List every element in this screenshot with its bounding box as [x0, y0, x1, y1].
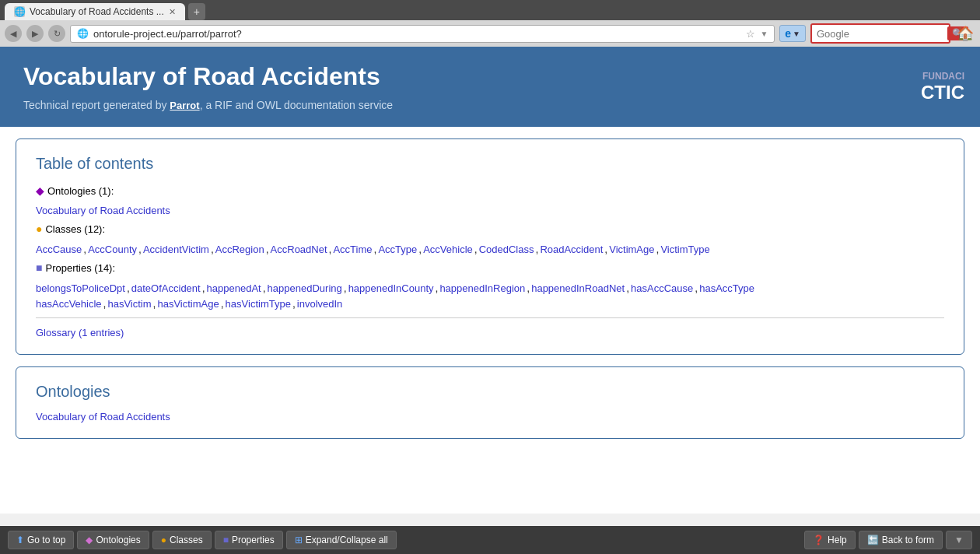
ontologies-heading: Ontologies — [36, 383, 944, 401]
toc-properties-row: ■ Properties (14): — [36, 261, 944, 274]
dropdown-icon[interactable]: ▼ — [760, 30, 768, 38]
glossary-row: Glossary (1 entries) — [36, 326, 944, 338]
browser-chrome: 🌐 Vocabulary of Road Accidents ... ✕ + — [0, 0, 980, 20]
tab-close-icon[interactable]: ✕ — [169, 7, 176, 17]
prop-link-happenedincount[interactable]: happenedInCounty — [348, 282, 434, 294]
toc-box: Table of contents ◆ Ontologies (1): Voca… — [16, 138, 964, 355]
glossary-link[interactable]: Glossary (1 entries) — [36, 327, 124, 338]
page-header: Vocabulary of Road Accidents Technical r… — [0, 47, 980, 127]
prop-link-dateofaccident[interactable]: dateOfAccident — [131, 282, 201, 294]
diamond-icon: ◆ — [36, 184, 44, 197]
prop-link-happenedat[interactable]: happenedAt — [207, 282, 261, 294]
class-link-codedclass[interactable]: CodedClass — [479, 244, 534, 255]
active-tab[interactable]: 🌐 Vocabulary of Road Accidents ... ✕ — [5, 3, 185, 20]
ie-dropdown[interactable]: ▼ — [793, 30, 800, 38]
prop-link-happenedduring[interactable]: happenedDuring — [268, 282, 342, 294]
tab-favicon: 🌐 — [14, 6, 25, 17]
url-text: ontorule-project.eu/parrot/parrot? — [93, 28, 741, 40]
toc-properties-links: belongsToPoliceDpt , dateOfAccident , ha… — [36, 282, 944, 294]
reload-button[interactable]: ↻ — [48, 25, 65, 42]
class-link-accidentvictim[interactable]: AccidentVictim — [143, 244, 209, 255]
prop-link-belongstopolicedpt[interactable]: belongsToPoliceDpt — [36, 282, 125, 294]
toc-ontology-link[interactable]: Vocabulary of Road Accidents — [36, 205, 170, 216]
class-link-acccause[interactable]: AccCause — [36, 244, 82, 255]
prop-link-hasvictim[interactable]: hasVictim — [107, 298, 151, 310]
properties-label: Properties (14): — [45, 262, 115, 274]
forward-button[interactable]: ▶ — [26, 25, 44, 42]
class-link-acccounty[interactable]: AccCounty — [88, 244, 137, 255]
subtitle-prefix: Technical report generated by — [23, 99, 170, 111]
ie-icon: e — [785, 27, 791, 40]
logo-foundation-text: FUNDACI — [921, 71, 964, 82]
globe-icon: 🌐 — [77, 28, 89, 39]
square-icon: ■ — [36, 261, 42, 274]
ontologies-box: Ontologies Vocabulary of Road Accidents — [16, 366, 964, 439]
prop-link-hasacctype[interactable]: hasAccType — [699, 282, 754, 294]
parrot-link[interactable]: Parrot — [170, 100, 199, 111]
page-title: Vocabulary of Road Accidents — [23, 62, 957, 91]
ie-button[interactable]: e ▼ — [779, 25, 806, 42]
ctic-logo: FUNDACI CTIC — [921, 71, 964, 103]
toc-properties-links-2: hasAccVehicle , hasVictim , hasVictimAge… — [36, 297, 944, 310]
prop-link-hasaccvehicle[interactable]: hasAccVehicle — [36, 298, 102, 310]
toc-classes-row: ● Classes (12): — [36, 223, 944, 235]
page-content: Vocabulary of Road Accidents Technical r… — [0, 47, 980, 514]
back-button[interactable]: ◀ — [5, 25, 22, 42]
star-icon[interactable]: ☆ — [746, 28, 755, 40]
prop-link-hasvictimtype[interactable]: hasVictimType — [226, 298, 291, 310]
address-bar-row: ◀ ▶ ↻ 🌐 ontorule-project.eu/parrot/parro… — [0, 20, 980, 47]
search-input[interactable] — [817, 28, 947, 40]
tab-title: Vocabulary of Road Accidents ... — [30, 6, 164, 17]
class-link-roadaccident[interactable]: RoadAccident — [540, 244, 603, 255]
tab-bar: 🌐 Vocabulary of Road Accidents ... ✕ + — [5, 3, 975, 20]
circle-icon: ● — [36, 223, 42, 235]
page-subtitle: Technical report generated by Parrot, a … — [23, 99, 957, 111]
class-link-acctime[interactable]: AccTime — [333, 244, 372, 255]
content-area: Table of contents ◆ Ontologies (1): Voca… — [0, 127, 980, 451]
class-link-accvehicle[interactable]: AccVehicle — [423, 244, 473, 255]
toc-heading: Table of contents — [36, 155, 944, 173]
search-bar[interactable]: 🔍 — [810, 23, 950, 44]
classes-label: Classes (12): — [45, 223, 105, 235]
ontologies-label: Ontologies (1): — [47, 185, 114, 197]
class-link-victimage[interactable]: VictimAge — [609, 244, 654, 255]
prop-link-hasacccause[interactable]: hasAccCause — [631, 282, 693, 294]
prop-link-happenedinroadnet[interactable]: happenedInRoadNet — [531, 282, 625, 294]
class-link-accroadnet[interactable]: AccRoadNet — [271, 244, 327, 255]
class-link-accregion[interactable]: AccRegion — [215, 244, 264, 255]
toc-classes-links: AccCause , AccCounty , AccidentVictim , … — [36, 243, 944, 255]
class-link-acctype[interactable]: AccType — [378, 244, 417, 255]
home-button[interactable]: 🏠 — [955, 23, 975, 44]
ontologies-section-link[interactable]: Vocabulary of Road Accidents — [36, 411, 170, 423]
class-link-victimtype[interactable]: VictimType — [660, 244, 709, 255]
section-divider — [36, 317, 944, 318]
prop-link-happenedinregion[interactable]: happenedInRegion — [439, 282, 525, 294]
prop-link-hasvictimage[interactable]: hasVictimAge — [157, 298, 219, 310]
address-bar[interactable]: 🌐 ontorule-project.eu/parrot/parrot? ☆ ▼ — [70, 25, 775, 43]
toc-ontologies-links: Vocabulary of Road Accidents — [36, 205, 944, 216]
prop-link-involvedin[interactable]: involvedIn — [297, 298, 343, 310]
toc-ontologies-row: ◆ Ontologies (1): — [36, 184, 944, 197]
new-tab-button[interactable]: + — [188, 3, 205, 20]
subtitle-suffix: , a RIF and OWL documentation service — [200, 99, 393, 111]
logo-name-text: CTIC — [921, 82, 964, 103]
